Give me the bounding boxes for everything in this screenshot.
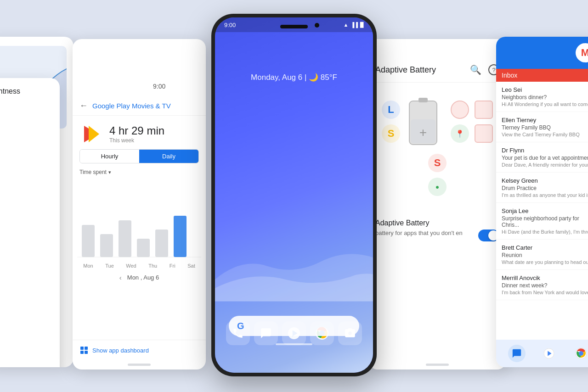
battery-header-icons: 🔍 ? (470, 64, 499, 75)
svg-marker-3 (89, 126, 99, 142)
email-item-6[interactable]: Merrill Anovcik Dinner next week? I'm ba… (496, 270, 588, 300)
email-list: Leo Sei Neighbors dinner? Hi All Wonderi… (496, 82, 588, 300)
google-logo: G (237, 321, 244, 331)
show-dashboard-label: Show app dashboard (92, 347, 149, 354)
nav-date: Mon , Aug 6 (127, 274, 159, 281)
app-icons-right2: S ● (428, 154, 447, 196)
email-subject-2: Your pet is due for a vet appointment (502, 155, 588, 161)
phone-home-bar (276, 343, 312, 345)
svg-rect-13 (80, 351, 84, 354)
battery-icon: ▉ (360, 22, 364, 28)
toggle-title: Adaptive Battery (375, 219, 499, 227)
green-dot-icon: ● (428, 178, 447, 196)
wifi-icon: ▲ (344, 22, 349, 28)
gmail-card: M Inbox Leo Sei Neighbors dinner? Hi All… (496, 37, 588, 367)
dashboard-icon (79, 346, 89, 355)
email-subject-5: Reunion (502, 252, 588, 258)
icon-row-3 (451, 101, 493, 119)
svg-rect-20 (418, 98, 428, 102)
toggle-row: battery for apps that you don't en (375, 230, 499, 241)
email-subject-4: Surprise neighborhood party for Chris... (502, 215, 588, 228)
gmail-bottom-bar (496, 340, 588, 367)
email-item-4[interactable]: Sonja Lee Surprise neighborhood party fo… (496, 203, 588, 240)
icon-row-4: 📍 (451, 124, 493, 143)
email-sender-1: Ellen Tierney (502, 117, 588, 123)
email-subject-1: Tierney Family BBQ (502, 124, 588, 131)
battery-visual: + (407, 96, 444, 147)
show-dashboard-button[interactable]: Show app dashboard (73, 340, 206, 360)
email-sender-2: Dr Flynn (502, 147, 588, 154)
day-labels: Mon Tue Wed Thu Fri Sat (73, 262, 206, 270)
email-item-1[interactable]: Ellen Tierney Tierney Family BBQ View th… (496, 112, 588, 142)
filter-chevron-icon[interactable]: ▾ (108, 169, 111, 175)
svg-point-26 (579, 351, 583, 356)
email-preview-6: I'm back from New York and would love to (502, 290, 588, 295)
email-sender-3: Kelsey Green (502, 177, 588, 184)
svg-rect-6 (100, 234, 113, 257)
svg-rect-8 (137, 239, 150, 257)
svg-rect-10 (174, 216, 187, 257)
green-pin-icon: 📍 (451, 124, 469, 143)
icon-row-1: L (382, 101, 400, 119)
email-item-5[interactable]: Brett Carter Reunion What date are you p… (496, 240, 588, 270)
tab-hourly[interactable]: Hourly (80, 150, 139, 163)
brightness-bottom-title: e Brightness (0, 78, 60, 367)
battery-home-bar (426, 364, 449, 366)
pink-circle-icon (451, 101, 469, 119)
phone-status-bar: 9:00 ▲ ▐▐ ▉ (215, 17, 373, 32)
email-item-0[interactable]: Leo Sei Neighbors dinner? Hi All Wonderi… (496, 82, 588, 112)
gmail-dock-messages[interactable] (508, 345, 526, 362)
icon-row-2: S (382, 124, 400, 143)
gmail-dock-play[interactable] (540, 345, 558, 362)
battery-icons-grid: L S + 📍 S (368, 83, 506, 210)
nav-prev-icon[interactable]: ‹ (119, 274, 122, 281)
wellbeing-usage-period: This week (109, 137, 164, 144)
svg-rect-11 (80, 347, 84, 350)
email-preview-1: View the Card Tierney Family BBQ (502, 132, 588, 137)
gmail-top-bar: M (496, 37, 588, 69)
toggle-desc: battery for apps that you don't en (375, 230, 474, 236)
phone-search-bar[interactable]: G (229, 316, 359, 336)
filter-row: Time spent ▾ (73, 169, 206, 179)
email-sender-5: Brett Carter (502, 244, 588, 251)
filter-label[interactable]: Time spent (79, 169, 107, 175)
phone-time: 9:00 (224, 22, 236, 28)
svg-rect-9 (155, 230, 168, 257)
red-s-icon: S (428, 154, 447, 172)
battery-card: 9:00 Adaptive Battery 🔍 ? L S + (368, 39, 506, 370)
email-preview-3: I'm as thrilled as anyone that your kid … (502, 192, 588, 198)
wellbeing-card: 9:00 ← Google Play Movies & TV 4 hr 29 m… (73, 39, 206, 370)
gmail-logo: M (576, 43, 588, 62)
email-sender-4: Sonja Lee (502, 207, 588, 214)
blue-l-icon: L (382, 101, 400, 119)
battery-title: Adaptive Battery (375, 65, 470, 75)
play-movies-icon (79, 123, 102, 146)
email-preview-2: Dear Dave, A friendly reminder for your … (502, 162, 588, 168)
email-item-3[interactable]: Kelsey Green Drum Practice I'm as thrill… (496, 173, 588, 203)
email-preview-4: Hi Dave (and the Burke family), I'm thro… (502, 229, 588, 235)
svg-rect-7 (119, 220, 131, 257)
phone-screen: 9:00 ▲ ▐▐ ▉ Monday, Aug 6 | 🌙 85°F (215, 17, 373, 373)
center-phone: 9:00 ▲ ▐▐ ▉ Monday, Aug 6 | 🌙 85°F (211, 14, 377, 376)
usage-chart (77, 179, 201, 262)
nav-row: ‹ Mon , Aug 6 (73, 270, 206, 285)
wellbeing-usage-time: 4 hr 29 min (109, 124, 164, 137)
gmail-dock-chrome[interactable] (572, 345, 588, 362)
search-icon[interactable]: 🔍 (470, 64, 481, 75)
yellow-s-icon: S (382, 124, 400, 143)
brightness-card: tive Brightness e Brightness (0, 37, 74, 367)
email-subject-3: Drum Practice (502, 185, 588, 191)
wellbeing-back-icon[interactable]: ← (79, 101, 88, 111)
email-item-2[interactable]: Dr Flynn Your pet is due for a vet appoi… (496, 142, 588, 173)
phone-wave (215, 189, 373, 304)
svg-text:+: + (419, 125, 427, 140)
phone-status-icons: ▲ ▐▐ ▉ (344, 22, 364, 28)
svg-rect-14 (85, 351, 88, 354)
email-subject-6: Dinner next week? (502, 282, 588, 289)
wellbeing-time: 9:00 (153, 83, 165, 90)
tab-daily[interactable]: Daily (139, 150, 198, 163)
gmail-m-letter: M (581, 47, 588, 59)
email-preview-5: What date are you planning to head out f… (502, 259, 588, 265)
email-sender-6: Merrill Anovcik (502, 274, 588, 281)
app-icons-left: L S (382, 101, 400, 143)
